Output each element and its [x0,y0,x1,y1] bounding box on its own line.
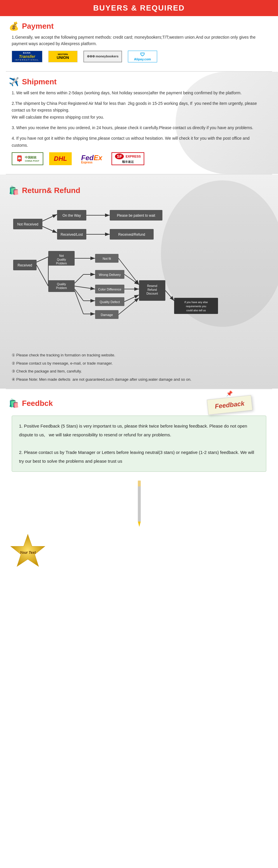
refund-note-1: ① Please check the tracking in formation… [12,352,266,359]
svg-rect-24 [48,280,75,292]
svg-rect-59 [138,480,141,522]
payment-section: 💰 Payment 1.Generally, we accept the fol… [0,21,278,71]
alipay-icon: 🛡 [140,52,145,57]
svg-text:Received/Refund: Received/Refund [118,232,145,237]
svg-text:Not: Not [59,254,64,257]
svg-marker-61 [138,522,141,527]
feedback-text-block: 1. Positive Feedback (5 Stars) is very i… [12,415,266,472]
pencil-area [0,477,278,530]
page-header: BUYERS & REQUIRED [0,0,278,16]
svg-line-46 [125,274,139,285]
moneybookers-logo: ⊜⊜⊜ moneybookers [83,51,122,62]
dhl-logo: DHL [49,152,72,165]
chinapost-icon: 📮 [16,155,23,162]
svg-text:Not Received: Not Received [17,222,38,226]
svg-text:Problem: Problem [56,286,67,290]
svg-line-32 [75,286,95,289]
svg-line-9 [42,226,57,233]
refund-icon: 🛍️ [9,186,19,195]
svg-text:could also tell us: could also tell us [186,309,206,312]
pencil-icon [133,477,145,530]
payment-logos-row: BANK Transfer INTERNATIONAL WESTERN UNIO… [12,51,266,62]
shipment-point-4: 4. If you have not got it within the shi… [12,135,266,149]
refund-flowchart: Not Received On the Way Please be patien… [6,198,272,346]
svg-text:Please be patient to wait: Please be patient to wait [117,214,155,218]
svg-text:Wrong Delivery: Wrong Delivery [99,273,121,276]
svg-text:Received/Lost: Received/Lost [61,232,83,237]
badge-svg: Your Text [9,533,47,571]
refund-notes: ① Please check the tracking in formation… [12,352,266,383]
svg-text:Resend: Resend [147,284,157,287]
fedex-logo: FedEx Express [77,152,106,165]
feedback-section-icon: 🛍️ [9,399,19,408]
courier-logos-row: 📮 中国邮政 CHINA POST DHL FedEx Express SF E… [12,152,266,165]
shipment-text-block: 1. We will sent the items within 2-5days… [12,90,266,149]
shipment-section: ✈️ Shipment 1. We will sent the items wi… [0,72,278,174]
shipment-title: Shipment [22,77,57,86]
svg-rect-60 [138,480,141,487]
payment-icon: 💰 [9,21,19,31]
svg-text:Problem: Problem [56,262,67,265]
payment-title: Payment [22,22,54,31]
feedback-section: 🛍️ Feedbck 📌 Feedback 1. Positive Feedba… [0,389,278,583]
pushpin-icon: 📌 [226,391,233,397]
payment-description: 1.Generally, we accept the following pay… [12,34,266,47]
flowchart-svg: Not Received On the Way Please be patien… [6,198,272,345]
svg-line-30 [75,274,83,283]
svg-text:Refund: Refund [147,288,157,291]
svg-text:If you have any else: If you have any else [184,301,208,304]
svg-text:Your Text: Your Text [20,551,36,555]
shipment-point-2: 2.The shipment by China Post Registered … [12,100,266,121]
refund-title: Return& Refund [22,186,80,195]
svg-text:Received: Received [18,263,32,267]
svg-line-3 [42,214,57,221]
feedback-point-1: 1. Positive Feedback (5 Stars) is very i… [19,422,259,439]
svg-text:Damage: Damage [101,313,113,316]
svg-text:Not fit: Not fit [103,257,111,260]
bank-transfer-logo: BANK Transfer INTERNATIONAL [12,51,42,62]
svg-text:Quality: Quality [57,258,66,261]
feedback-card: Feedback [207,395,252,415]
feedback-title: Feedbck [22,399,53,408]
gold-star-badge: Your Text [9,533,47,571]
refund-note-4: ④ Please Note: Men made defects are not … [12,376,266,383]
svg-line-33 [75,289,83,301]
svg-line-48 [125,295,139,302]
svg-text:Color Difference: Color Difference [98,287,121,291]
svg-line-54 [165,290,174,301]
svg-text:Quality Defect: Quality Defect [100,300,120,304]
refund-note-2: ② Please contact us by meesage, e-mail, … [12,360,266,367]
svg-text:On the Way: On the Way [63,214,81,218]
svg-line-35 [75,290,83,314]
svg-line-17 [37,257,48,262]
refund-note-3: ③ Check the package and Item, carefully. [12,368,266,375]
gold-badge-area: Your Text [9,533,269,571]
feedback-point-2: 2. Please contact us by Trade Manager or… [19,448,259,466]
shipment-icon: ✈️ [9,77,19,87]
page-title: BUYERS & REQUIRED [0,3,278,12]
shipment-point-1: 1. We will sent the items within 2-5days… [12,90,266,97]
refund-section: 🛍️ Return& Refund Not Received On the Wa… [0,175,278,389]
svg-text:Quality: Quality [57,283,66,286]
feedback-section-header: 🛍️ Feedbck 📌 Feedback [9,395,269,413]
feedback-card-label: Feedback [214,400,245,410]
feedback-card-area: 📌 Feedback [207,395,252,413]
chinapost-logo: 📮 中国邮政 CHINA POST [12,152,43,165]
svg-text:requirements you: requirements you [186,305,206,308]
western-union-logo: WESTERN UNION [48,51,77,62]
svg-line-18 [37,265,48,286]
alipay-logo: 🛡 Alipay.com [128,51,157,62]
sf-express-logo: SF EXPRESS 顺丰速运 [111,152,144,165]
payment-section-header: 💰 Payment [9,21,269,31]
svg-text:Discount: Discount [147,292,158,295]
shipment-point-3: 3. When you receive the items you ordere… [12,124,266,131]
